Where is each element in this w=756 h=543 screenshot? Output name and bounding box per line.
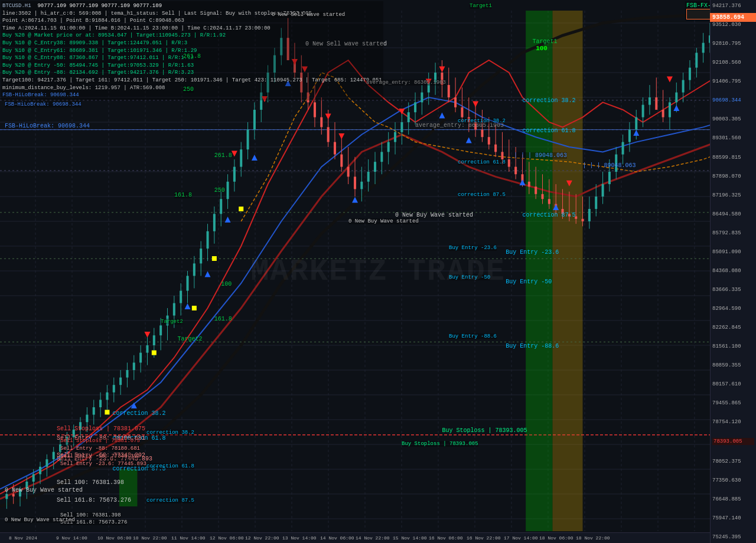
main-chart-canvas bbox=[0, 0, 756, 543]
chart-container: BTCUSD.H1 90777.109 90777.109 90777.109 … bbox=[0, 0, 756, 543]
